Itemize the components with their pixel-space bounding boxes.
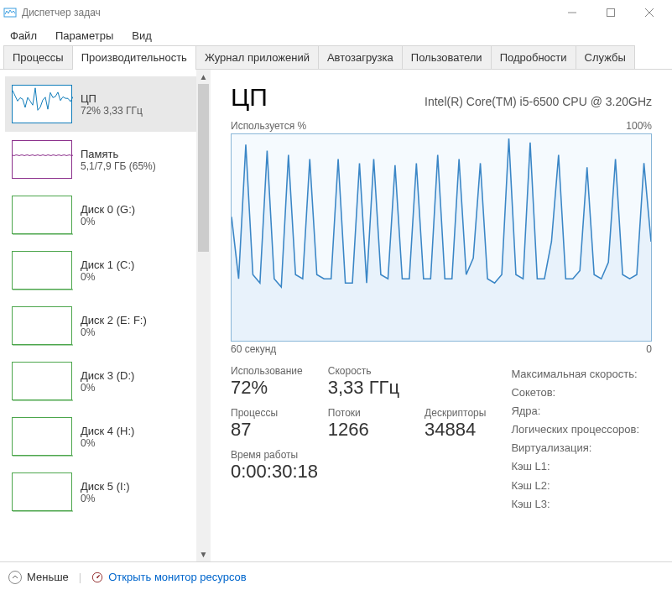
sidebar-item-sub: 0% bbox=[81, 326, 147, 338]
footer-separator: | bbox=[79, 571, 81, 583]
detail-cores: Ядра: bbox=[511, 402, 639, 420]
sidebar-item-sub: 0% bbox=[81, 493, 130, 504]
sidebar-thumb-icon bbox=[12, 196, 72, 234]
sidebar-item-sub: 0% bbox=[81, 382, 134, 394]
menu-view[interactable]: Вид bbox=[128, 28, 155, 44]
maximize-icon bbox=[607, 8, 615, 17]
detail-sockets: Сокетов: bbox=[511, 384, 639, 402]
chart-label-br: 0 bbox=[646, 343, 652, 355]
sidebar-item-text: Диск 4 (H:)0% bbox=[81, 425, 134, 449]
sidebar-thumb-icon bbox=[12, 306, 72, 345]
sidebar-item-label: Диск 4 (H:) bbox=[81, 425, 134, 437]
scroll-up-arrow-icon[interactable]: ▲ bbox=[196, 70, 211, 84]
stats-left: Использование 72% Скорость 3,33 ГГц Проц… bbox=[231, 365, 486, 514]
chevron-up-icon bbox=[8, 571, 22, 584]
tab-details[interactable]: Подробности bbox=[491, 45, 576, 69]
scroll-down-arrow-icon[interactable]: ▼ bbox=[196, 547, 211, 561]
svg-point-25 bbox=[96, 577, 98, 578]
sidebar-item-label: Диск 0 (G:) bbox=[81, 203, 135, 216]
sidebar-item-4[interactable]: Диск 2 (E: F:)0% bbox=[5, 298, 196, 353]
sidebar-item-text: Диск 1 (C:)0% bbox=[81, 258, 134, 283]
tab-bar: Процессы Производительность Журнал прило… bbox=[0, 45, 672, 70]
chart-bottom-labels: 60 секунд 0 bbox=[231, 343, 652, 355]
sidebar-item-label: Диск 2 (E: F:) bbox=[81, 314, 147, 326]
detail-l1: Кэш L1: bbox=[511, 457, 639, 476]
tab-services[interactable]: Службы bbox=[576, 45, 635, 69]
scroll-thumb[interactable] bbox=[198, 84, 209, 252]
content-area: ЦП72% 3,33 ГГцПамять5,1/7,9 ГБ (65%)Диск… bbox=[0, 70, 672, 561]
sidebar-item-sub: 72% 3,33 ГГц bbox=[81, 105, 143, 117]
uptime-label: Время работы bbox=[231, 449, 486, 461]
sidebar-item-0[interactable]: ЦП72% 3,33 ГГц bbox=[5, 76, 196, 132]
tab-performance[interactable]: Производительность bbox=[72, 45, 196, 69]
menu-options[interactable]: Параметры bbox=[52, 28, 117, 44]
window-controls bbox=[553, 0, 669, 25]
detail-logical: Логических процессоров: bbox=[511, 420, 639, 439]
sidebar-item-7[interactable]: Диск 5 (I:)0% bbox=[5, 464, 196, 519]
fewer-details-label: Меньше bbox=[27, 571, 69, 583]
chart-top-labels: Используется % 100% bbox=[231, 120, 652, 132]
threads-label: Потоки bbox=[328, 407, 399, 419]
stats-right: Максимальная скорость: Сокетов: Ядра: Ло… bbox=[511, 365, 639, 514]
performance-sidebar: ЦП72% 3,33 ГГцПамять5,1/7,9 ГБ (65%)Диск… bbox=[0, 70, 196, 561]
sidebar-item-sub: 5,1/7,9 ГБ (65%) bbox=[81, 160, 156, 172]
sidebar-item-label: Память bbox=[81, 148, 156, 160]
threads-value: 1266 bbox=[328, 419, 399, 441]
detail-max-speed: Максимальная скорость: bbox=[511, 365, 639, 384]
sidebar-item-2[interactable]: Диск 0 (G:)0% bbox=[5, 187, 196, 243]
sidebar-thumb-icon bbox=[12, 85, 72, 123]
handles-value: 34884 bbox=[425, 419, 486, 441]
sidebar-thumb-icon bbox=[12, 417, 72, 456]
main-header: ЦП Intel(R) Core(TM) i5-6500 CPU @ 3.20G… bbox=[231, 83, 652, 112]
open-resource-monitor-label: Открыть монитор ресурсов bbox=[108, 571, 246, 583]
detail-l3: Кэш L3: bbox=[511, 495, 639, 514]
chart-label-tr: 100% bbox=[626, 120, 652, 132]
open-resource-monitor-link[interactable]: Открыть монитор ресурсов bbox=[91, 571, 246, 583]
sidebar-scrollbar[interactable]: ▲ ▼ bbox=[196, 70, 211, 561]
window-title: Диспетчер задач bbox=[22, 7, 553, 18]
sidebar-thumb-icon bbox=[12, 362, 72, 400]
sidebar-item-text: ЦП72% 3,33 ГГц bbox=[81, 92, 143, 117]
maximize-button[interactable] bbox=[591, 0, 630, 25]
processes-label: Процессы bbox=[231, 407, 303, 419]
sidebar-thumb-icon bbox=[12, 472, 72, 511]
sidebar-item-sub: 0% bbox=[81, 271, 134, 283]
fewer-details-button[interactable]: Меньше bbox=[8, 571, 69, 584]
speed-value: 3,33 ГГц bbox=[328, 377, 399, 399]
sidebar-item-label: Диск 3 (D:) bbox=[81, 369, 134, 382]
sidebar-item-sub: 0% bbox=[81, 437, 134, 449]
resource-monitor-icon bbox=[91, 572, 103, 583]
minimize-button[interactable] bbox=[553, 0, 591, 25]
sidebar-item-text: Диск 5 (I:)0% bbox=[81, 480, 130, 504]
close-icon bbox=[645, 8, 654, 17]
sidebar-item-text: Диск 0 (G:)0% bbox=[81, 203, 135, 227]
cpu-model-name: Intel(R) Core(TM) i5-6500 CPU @ 3.20GHz bbox=[425, 95, 652, 108]
tab-processes[interactable]: Процессы bbox=[3, 45, 73, 69]
uptime-value: 0:00:30:18 bbox=[231, 461, 486, 483]
menubar: Файл Параметры Вид bbox=[0, 25, 672, 45]
usage-value: 72% bbox=[231, 377, 303, 399]
app-icon bbox=[3, 6, 17, 19]
sidebar-thumb-icon bbox=[12, 140, 72, 179]
tab-startup[interactable]: Автозагрузка bbox=[318, 45, 403, 69]
sidebar-wrap: ЦП72% 3,33 ГГцПамять5,1/7,9 ГБ (65%)Диск… bbox=[0, 70, 211, 561]
footer-bar: Меньше | Открыть монитор ресурсов bbox=[0, 561, 672, 592]
sidebar-item-text: Память5,1/7,9 ГБ (65%) bbox=[81, 148, 156, 172]
tab-app-history[interactable]: Журнал приложений bbox=[195, 45, 319, 69]
tab-users[interactable]: Пользователи bbox=[402, 45, 492, 69]
speed-label: Скорость bbox=[328, 365, 399, 377]
close-button[interactable] bbox=[630, 0, 669, 25]
sidebar-item-text: Диск 2 (E: F:)0% bbox=[81, 314, 147, 338]
chart-label-bl: 60 секунд bbox=[231, 343, 276, 355]
sidebar-item-text: Диск 3 (D:)0% bbox=[81, 369, 134, 394]
sidebar-item-5[interactable]: Диск 3 (D:)0% bbox=[5, 353, 196, 409]
menu-file[interactable]: Файл bbox=[7, 28, 40, 44]
processes-value: 87 bbox=[231, 419, 303, 441]
detail-virtualization: Виртуализация: bbox=[511, 439, 639, 457]
sidebar-item-1[interactable]: Память5,1/7,9 ГБ (65%) bbox=[5, 132, 196, 187]
sidebar-item-6[interactable]: Диск 4 (H:)0% bbox=[5, 409, 196, 464]
main-panel: ЦП Intel(R) Core(TM) i5-6500 CPU @ 3.20G… bbox=[211, 70, 672, 561]
sidebar-item-3[interactable]: Диск 1 (C:)0% bbox=[5, 243, 196, 298]
svg-rect-2 bbox=[607, 9, 615, 17]
stats-area: Использование 72% Скорость 3,33 ГГц Проц… bbox=[231, 365, 652, 514]
